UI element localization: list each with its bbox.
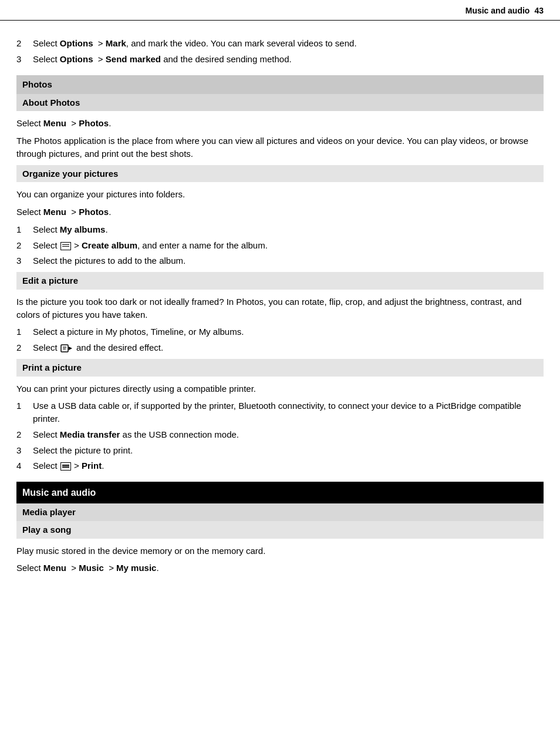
page: Music and audio 43 2 Select Options > Ma… (0, 0, 560, 739)
about-photos-select: Select Menu > Photos. (16, 117, 544, 130)
print-steps: 1 Use a USB data cable or, if supported … (16, 399, 544, 472)
page-content: 2 Select Options > Mark, and mark the vi… (0, 21, 560, 591)
print-step-1: 1 Use a USB data cable or, if supported … (16, 399, 544, 425)
header-section-title: Music and audio (465, 5, 530, 16)
step-2-text: Select Options > Mark, and mark the vide… (33, 37, 544, 50)
organize-header: Organize your pictures (16, 165, 544, 183)
organize-steps: 1 Select My albums. 2 Select > Create al… (16, 223, 544, 267)
svg-rect-0 (61, 345, 68, 352)
step-3-text: Select Options > Send marked and the des… (33, 53, 544, 66)
print-step-3: 3 Select the picture to print. (16, 444, 544, 457)
step-3-num: 3 (16, 53, 33, 66)
organize-select: Select Menu > Photos. (16, 206, 544, 219)
edit-description: Is the picture you took too dark or not … (16, 295, 544, 321)
media-player-header: Media player (16, 503, 544, 521)
step-2: 2 Select Options > Mark, and mark the vi… (16, 37, 544, 50)
edit-header: Edit a picture (16, 272, 544, 290)
edit-steps: 1 Select a picture in My photos, Timelin… (16, 325, 544, 354)
organize-body: You can organize your pictures into fold… (16, 188, 544, 267)
print-header: Print a picture (16, 359, 544, 377)
step-2-num: 2 (16, 37, 33, 50)
about-photos-header: About Photos (16, 94, 544, 112)
edit-icon (60, 344, 73, 353)
play-select: Select Menu > Music > My music. (16, 562, 544, 575)
edit-step-1: 1 Select a picture in My photos, Timelin… (16, 325, 544, 338)
print-body: You can print your pictures directly usi… (16, 382, 544, 473)
about-photos-body: Select Menu > Photos. The Photos applica… (16, 117, 544, 160)
edit-step-2: 2 Select and the desired effect. (16, 341, 544, 354)
menu-icon (60, 242, 71, 250)
play-description: Play music stored in the device memory o… (16, 545, 544, 557)
print-step-4: 4 Select > Print. (16, 459, 544, 472)
music-section-header: Music and audio (16, 482, 544, 503)
header-page-number: 43 (534, 5, 544, 16)
organize-description: You can organize your pictures into fold… (16, 188, 544, 201)
step-3: 3 Select Options > Send marked and the d… (16, 53, 544, 66)
photos-section-header: Photos (16, 75, 544, 94)
page-header: Music and audio 43 (0, 0, 560, 21)
about-photos-description: The Photos application is the place from… (16, 135, 544, 160)
play-song-header: Play a song (16, 521, 544, 539)
print-step-2: 2 Select Media transfer as the USB conne… (16, 428, 544, 441)
organize-step-3: 3 Select the pictures to add to the albu… (16, 254, 544, 267)
svg-marker-1 (69, 347, 72, 350)
print-description: You can print your pictures directly usi… (16, 382, 544, 395)
menu-icon-print (60, 462, 71, 471)
organize-step-1: 1 Select My albums. (16, 223, 544, 236)
play-song-body: Play music stored in the device memory o… (16, 545, 544, 575)
edit-body: Is the picture you took too dark or not … (16, 295, 544, 354)
intro-steps: 2 Select Options > Mark, and mark the vi… (16, 37, 544, 66)
organize-step-2: 2 Select > Create album, and enter a nam… (16, 239, 544, 252)
